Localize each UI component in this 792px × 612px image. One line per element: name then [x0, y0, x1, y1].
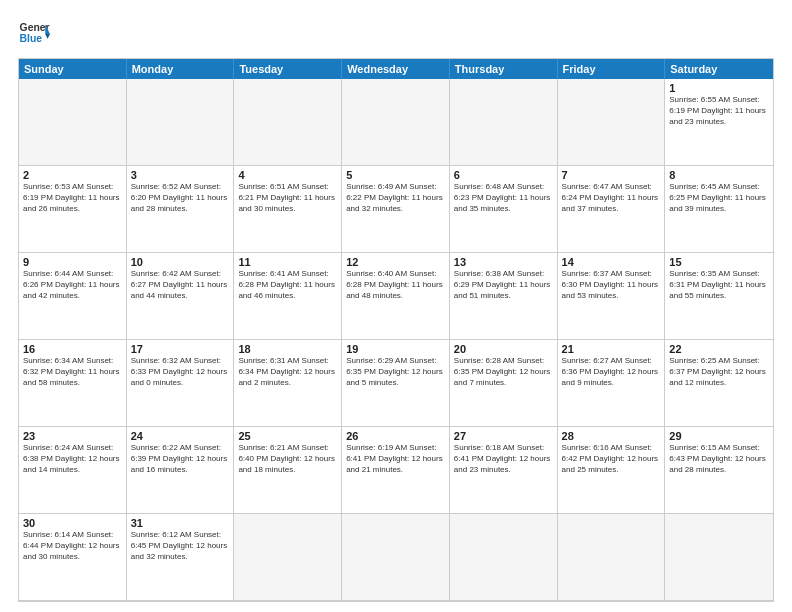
day-info: Sunrise: 6:21 AM Sunset: 6:40 PM Dayligh…	[238, 443, 337, 475]
day-info: Sunrise: 6:52 AM Sunset: 6:20 PM Dayligh…	[131, 182, 230, 214]
day-cell-4: 4Sunrise: 6:51 AM Sunset: 6:21 PM Daylig…	[234, 166, 342, 253]
day-cell-13: 13Sunrise: 6:38 AM Sunset: 6:29 PM Dayli…	[450, 253, 558, 340]
day-info: Sunrise: 6:40 AM Sunset: 6:28 PM Dayligh…	[346, 269, 445, 301]
day-number: 13	[454, 256, 553, 268]
day-number: 1	[669, 82, 769, 94]
day-number: 27	[454, 430, 553, 442]
day-info: Sunrise: 6:53 AM Sunset: 6:19 PM Dayligh…	[23, 182, 122, 214]
day-info: Sunrise: 6:22 AM Sunset: 6:39 PM Dayligh…	[131, 443, 230, 475]
weekday-header-sunday: Sunday	[19, 59, 127, 79]
generalblue-logo-icon: General Blue	[18, 18, 50, 50]
calendar-header: SundayMondayTuesdayWednesdayThursdayFrid…	[19, 59, 773, 79]
day-number: 16	[23, 343, 122, 355]
calendar: SundayMondayTuesdayWednesdayThursdayFrid…	[18, 58, 774, 602]
day-cell-21: 21Sunrise: 6:27 AM Sunset: 6:36 PM Dayli…	[558, 340, 666, 427]
day-info: Sunrise: 6:38 AM Sunset: 6:29 PM Dayligh…	[454, 269, 553, 301]
day-number: 2	[23, 169, 122, 181]
day-cell-8: 8Sunrise: 6:45 AM Sunset: 6:25 PM Daylig…	[665, 166, 773, 253]
day-info: Sunrise: 6:47 AM Sunset: 6:24 PM Dayligh…	[562, 182, 661, 214]
logo: General Blue	[18, 18, 50, 50]
day-cell-16: 16Sunrise: 6:34 AM Sunset: 6:32 PM Dayli…	[19, 340, 127, 427]
empty-cell-5	[558, 79, 666, 166]
empty-cell-37	[234, 514, 342, 601]
day-info: Sunrise: 6:45 AM Sunset: 6:25 PM Dayligh…	[669, 182, 769, 214]
day-info: Sunrise: 6:55 AM Sunset: 6:19 PM Dayligh…	[669, 95, 769, 127]
weekday-header-wednesday: Wednesday	[342, 59, 450, 79]
day-info: Sunrise: 6:31 AM Sunset: 6:34 PM Dayligh…	[238, 356, 337, 388]
day-info: Sunrise: 6:35 AM Sunset: 6:31 PM Dayligh…	[669, 269, 769, 301]
day-cell-31: 31Sunrise: 6:12 AM Sunset: 6:45 PM Dayli…	[127, 514, 235, 601]
day-number: 31	[131, 517, 230, 529]
page: General Blue SundayMondayTuesdayWednesda…	[0, 0, 792, 612]
day-number: 14	[562, 256, 661, 268]
weekday-header-saturday: Saturday	[665, 59, 773, 79]
day-cell-17: 17Sunrise: 6:32 AM Sunset: 6:33 PM Dayli…	[127, 340, 235, 427]
day-cell-6: 6Sunrise: 6:48 AM Sunset: 6:23 PM Daylig…	[450, 166, 558, 253]
day-info: Sunrise: 6:28 AM Sunset: 6:35 PM Dayligh…	[454, 356, 553, 388]
day-number: 23	[23, 430, 122, 442]
day-number: 19	[346, 343, 445, 355]
day-number: 4	[238, 169, 337, 181]
empty-cell-3	[342, 79, 450, 166]
day-number: 26	[346, 430, 445, 442]
day-cell-24: 24Sunrise: 6:22 AM Sunset: 6:39 PM Dayli…	[127, 427, 235, 514]
day-number: 20	[454, 343, 553, 355]
empty-cell-4	[450, 79, 558, 166]
empty-cell-0	[19, 79, 127, 166]
day-number: 24	[131, 430, 230, 442]
calendar-body: 1Sunrise: 6:55 AM Sunset: 6:19 PM Daylig…	[19, 79, 773, 601]
empty-cell-1	[127, 79, 235, 166]
empty-cell-41	[665, 514, 773, 601]
day-cell-30: 30Sunrise: 6:14 AM Sunset: 6:44 PM Dayli…	[19, 514, 127, 601]
day-number: 8	[669, 169, 769, 181]
day-cell-29: 29Sunrise: 6:15 AM Sunset: 6:43 PM Dayli…	[665, 427, 773, 514]
empty-cell-39	[450, 514, 558, 601]
day-number: 29	[669, 430, 769, 442]
day-number: 18	[238, 343, 337, 355]
day-cell-9: 9Sunrise: 6:44 AM Sunset: 6:26 PM Daylig…	[19, 253, 127, 340]
header: General Blue	[18, 18, 774, 50]
day-info: Sunrise: 6:16 AM Sunset: 6:42 PM Dayligh…	[562, 443, 661, 475]
empty-cell-40	[558, 514, 666, 601]
day-info: Sunrise: 6:19 AM Sunset: 6:41 PM Dayligh…	[346, 443, 445, 475]
day-cell-10: 10Sunrise: 6:42 AM Sunset: 6:27 PM Dayli…	[127, 253, 235, 340]
day-info: Sunrise: 6:18 AM Sunset: 6:41 PM Dayligh…	[454, 443, 553, 475]
day-cell-27: 27Sunrise: 6:18 AM Sunset: 6:41 PM Dayli…	[450, 427, 558, 514]
weekday-header-friday: Friday	[558, 59, 666, 79]
day-info: Sunrise: 6:12 AM Sunset: 6:45 PM Dayligh…	[131, 530, 230, 562]
day-cell-25: 25Sunrise: 6:21 AM Sunset: 6:40 PM Dayli…	[234, 427, 342, 514]
day-info: Sunrise: 6:14 AM Sunset: 6:44 PM Dayligh…	[23, 530, 122, 562]
day-number: 5	[346, 169, 445, 181]
weekday-header-tuesday: Tuesday	[234, 59, 342, 79]
day-info: Sunrise: 6:24 AM Sunset: 6:38 PM Dayligh…	[23, 443, 122, 475]
day-cell-12: 12Sunrise: 6:40 AM Sunset: 6:28 PM Dayli…	[342, 253, 450, 340]
day-info: Sunrise: 6:34 AM Sunset: 6:32 PM Dayligh…	[23, 356, 122, 388]
day-cell-28: 28Sunrise: 6:16 AM Sunset: 6:42 PM Dayli…	[558, 427, 666, 514]
day-cell-3: 3Sunrise: 6:52 AM Sunset: 6:20 PM Daylig…	[127, 166, 235, 253]
svg-marker-3	[45, 34, 50, 39]
day-info: Sunrise: 6:48 AM Sunset: 6:23 PM Dayligh…	[454, 182, 553, 214]
day-number: 6	[454, 169, 553, 181]
day-number: 9	[23, 256, 122, 268]
day-info: Sunrise: 6:25 AM Sunset: 6:37 PM Dayligh…	[669, 356, 769, 388]
day-info: Sunrise: 6:29 AM Sunset: 6:35 PM Dayligh…	[346, 356, 445, 388]
day-info: Sunrise: 6:51 AM Sunset: 6:21 PM Dayligh…	[238, 182, 337, 214]
day-number: 17	[131, 343, 230, 355]
day-number: 30	[23, 517, 122, 529]
day-info: Sunrise: 6:27 AM Sunset: 6:36 PM Dayligh…	[562, 356, 661, 388]
day-number: 11	[238, 256, 337, 268]
day-cell-15: 15Sunrise: 6:35 AM Sunset: 6:31 PM Dayli…	[665, 253, 773, 340]
day-number: 22	[669, 343, 769, 355]
day-cell-22: 22Sunrise: 6:25 AM Sunset: 6:37 PM Dayli…	[665, 340, 773, 427]
day-cell-11: 11Sunrise: 6:41 AM Sunset: 6:28 PM Dayli…	[234, 253, 342, 340]
day-info: Sunrise: 6:44 AM Sunset: 6:26 PM Dayligh…	[23, 269, 122, 301]
weekday-header-thursday: Thursday	[450, 59, 558, 79]
day-info: Sunrise: 6:15 AM Sunset: 6:43 PM Dayligh…	[669, 443, 769, 475]
empty-cell-38	[342, 514, 450, 601]
day-number: 12	[346, 256, 445, 268]
day-cell-23: 23Sunrise: 6:24 AM Sunset: 6:38 PM Dayli…	[19, 427, 127, 514]
day-number: 21	[562, 343, 661, 355]
day-number: 3	[131, 169, 230, 181]
day-info: Sunrise: 6:49 AM Sunset: 6:22 PM Dayligh…	[346, 182, 445, 214]
day-number: 7	[562, 169, 661, 181]
